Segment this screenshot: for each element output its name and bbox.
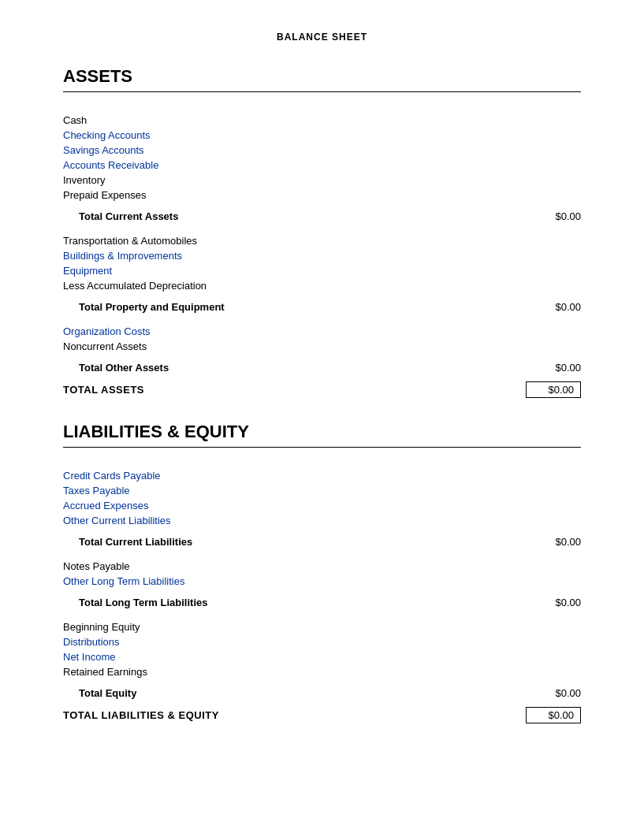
list-item: Buildings & Improvements [63,248,581,263]
assets-divider [63,91,581,92]
liabilities-equity-section: LIABILITIES & EQUITY Credit Cards Payabl… [63,422,581,723]
total-equity-value: $0.00 [555,687,581,699]
list-item: Net Income [63,649,581,664]
list-item: Accrued Expenses [63,498,581,513]
list-item: Other Long Term Liabilities [63,574,581,589]
liabilities-equity-heading: LIABILITIES & EQUITY [63,422,581,442]
list-item: Savings Accounts [63,143,581,158]
total-long-term-liabilities-label: Total Long Term Liabilities [63,597,207,608]
list-item: Taxes Payable [63,483,581,498]
long-term-liabilities-items: Notes Payable Other Long Term Liabilitie… [63,559,581,589]
list-item: Prepaid Expenses [63,188,581,203]
list-item: Distributions [63,634,581,649]
equity-items: Beginning Equity Distributions Net Incom… [63,619,581,679]
current-liabilities-items: Credit Cards Payable Taxes Payable Accru… [63,468,581,528]
list-item: Transportation & Automobiles [63,233,581,248]
total-current-assets-value: $0.00 [555,210,581,222]
total-liabilities-equity-value: $0.00 [526,707,581,723]
list-item: Accounts Receivable [63,158,581,173]
total-long-term-liabilities-row: Total Long Term Liabilities $0.00 [63,597,581,608]
list-item: Organization Costs [63,324,581,339]
property-equipment-items: Transportation & Automobiles Buildings &… [63,233,581,293]
total-other-assets-label: Total Other Assets [63,362,169,374]
list-item: Equipment [63,263,581,278]
current-assets-items: Cash Checking Accounts Savings Accounts … [63,113,581,203]
list-item: Other Current Liabilities [63,513,581,528]
total-equity-label: Total Equity [63,687,136,699]
list-item: Retained Earnings [63,664,581,679]
total-liabilities-equity-label: TOTAL LIABILITIES & EQUITY [63,709,219,721]
total-current-assets-row: Total Current Assets $0.00 [63,210,581,222]
list-item: Checking Accounts [63,128,581,143]
list-item: Inventory [63,173,581,188]
assets-section: ASSETS Cash Checking Accounts Savings Ac… [63,66,581,398]
total-current-liabilities-label: Total Current Liabilities [63,536,192,548]
total-equity-row: Total Equity $0.00 [63,687,581,699]
total-assets-row: TOTAL ASSETS $0.00 [63,381,581,398]
total-assets-value: $0.00 [526,381,581,398]
total-current-liabilities-row: Total Current Liabilities $0.00 [63,536,581,548]
total-liabilities-equity-row: TOTAL LIABILITIES & EQUITY $0.00 [63,707,581,723]
liabilities-equity-divider [63,447,581,448]
list-item: Credit Cards Payable [63,468,581,483]
total-other-assets-row: Total Other Assets $0.00 [63,362,581,374]
list-item: Noncurrent Assets [63,339,581,354]
list-item: Less Accumulated Depreciation [63,278,581,293]
list-item: Beginning Equity [63,619,581,634]
total-long-term-liabilities-value: $0.00 [555,597,581,608]
list-item: Notes Payable [63,559,581,574]
total-property-equipment-value: $0.00 [555,301,581,313]
total-other-assets-value: $0.00 [555,362,581,374]
total-current-liabilities-value: $0.00 [555,536,581,548]
list-item: Cash [63,113,581,128]
other-assets-items: Organization Costs Noncurrent Assets [63,324,581,354]
assets-heading: ASSETS [63,66,581,87]
total-property-equipment-row: Total Property and Equipment $0.00 [63,301,581,313]
total-current-assets-label: Total Current Assets [63,210,178,222]
total-property-equipment-label: Total Property and Equipment [63,301,225,313]
total-assets-label: TOTAL ASSETS [63,384,144,396]
page-title: BALANCE SHEET [63,32,581,43]
